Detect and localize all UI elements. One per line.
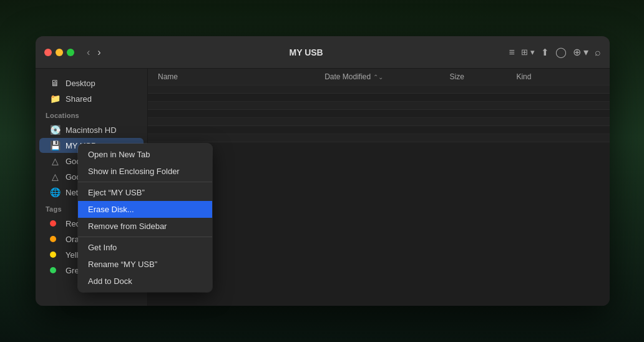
toolbar-icons: ≡ ⊞ ▾ ⬆ ◯ ⊕ ▾ ⌕ [509,46,601,58]
usb-icon: 💾 [49,140,61,150]
list-view-icon[interactable]: ≡ [509,47,515,58]
share-icon[interactable]: ⬆ [541,47,549,58]
table-row [148,110,610,118]
network-icon: 🌐 [49,187,61,197]
ctx-open-new-tab[interactable]: Open in New Tab [78,146,212,163]
context-menu-separator-1 [78,182,212,182]
ctx-get-info[interactable]: Get Info [78,239,212,256]
table-row [148,86,610,94]
minimize-button[interactable] [56,49,63,56]
tag-yellow-icon [49,250,61,260]
context-menu: Open in New Tab Show in Enclosing Folder… [78,144,212,292]
forward-button[interactable]: › [95,46,103,59]
ctx-add-to-dock[interactable]: Add to Dock [78,273,212,290]
back-button[interactable]: ‹ [84,46,92,59]
ctx-erase-disk[interactable]: Erase Disk... [78,201,212,218]
tag-green-icon [49,265,61,275]
locations-section-label: Locations [36,107,147,122]
cloud-icon-2: △ [49,172,61,182]
close-button[interactable] [44,49,52,56]
tag-red-icon [49,218,61,228]
col-header-kind[interactable]: Kind [516,72,600,81]
col-header-name[interactable]: Name [158,72,324,81]
ctx-remove-sidebar[interactable]: Remove from Sidebar [78,218,212,235]
nav-buttons: ‹ › [84,46,104,59]
table-row [148,94,610,102]
cloud-icon-1: △ [49,156,61,166]
tag-icon[interactable]: ◯ [555,46,567,58]
title-bar: ‹ › MY USB ≡ ⊞ ▾ ⬆ ◯ ⊕ ▾ ⌕ [36,36,610,69]
sort-arrow: ⌃⌄ [373,74,383,81]
sidebar-item-macintosh-hd[interactable]: 💽 Macintosh HD [39,122,144,137]
column-headers: Name Date Modified ⌃⌄ Size Kind [148,69,610,86]
table-row [148,118,610,126]
ctx-rename[interactable]: Rename “MY USB” [78,256,212,273]
grid-view-icon[interactable]: ⊞ ▾ [521,47,535,57]
sidebar-item-label: Macintosh HD [66,125,117,135]
col-header-size[interactable]: Size [450,72,517,81]
window-title: MY USB [109,47,504,57]
macintosh-hd-icon: 💽 [49,125,61,135]
action-icon[interactable]: ⊕ ▾ [573,46,588,58]
ctx-show-enclosing[interactable]: Show in Enclosing Folder [78,163,212,180]
table-row [148,134,610,142]
sidebar-item-label: Desktop [66,79,95,88]
file-rows [148,86,610,306]
tag-orange-icon [49,234,61,244]
shared-icon: 📁 [49,94,61,104]
file-area: Name Date Modified ⌃⌄ Size Kind [148,69,610,306]
maximize-button[interactable] [67,49,74,56]
table-row [148,126,610,134]
search-icon[interactable]: ⌕ [595,47,601,58]
sidebar-item-desktop[interactable]: 🖥 Desktop [39,76,144,90]
sidebar-item-label: Shared [66,94,92,104]
desktop-icon: 🖥 [49,78,61,88]
ctx-eject[interactable]: Eject “MY USB” [78,184,212,201]
sidebar-item-shared[interactable]: 📁 Shared [39,91,144,106]
col-header-date[interactable]: Date Modified ⌃⌄ [324,72,449,81]
table-row [148,102,610,110]
traffic-lights [44,49,74,56]
context-menu-separator-2 [78,237,212,237]
